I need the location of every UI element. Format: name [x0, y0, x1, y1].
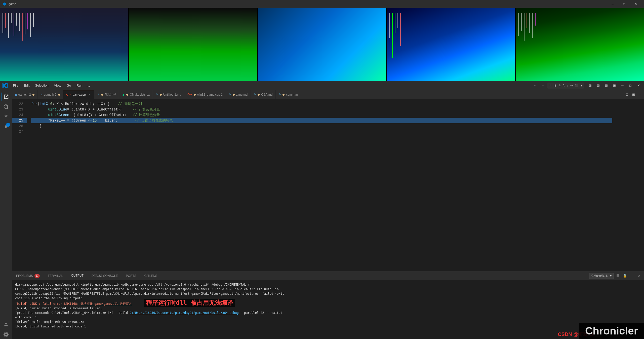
- menu-run[interactable]: Run: [74, 83, 85, 88]
- gitlens-label: GITLENS: [144, 274, 157, 278]
- code-content[interactable]: for ( int X = 0 ; X < Buffer->Width; ++X…: [27, 99, 616, 271]
- output-label: OUTPUT: [71, 274, 84, 277]
- panel-more-btn[interactable]: ···: [629, 273, 635, 279]
- activity-settings[interactable]: [2, 330, 11, 339]
- tab-actions: ⊡ ⊞ ···: [624, 90, 644, 99]
- tab-untitled-md[interactable]: ✎ Untitled-1.md: [153, 90, 184, 99]
- minimize-button[interactable]: ─: [607, 0, 618, 8]
- nav-back[interactable]: ←: [532, 82, 539, 89]
- debug-bar: ⣿ ⏸ ↻ ⤵ ↑ ↩ ⬛ ▾: [547, 83, 584, 89]
- tab-qa-md[interactable]: ✎ Q&A.md: [251, 90, 276, 99]
- activity-explorer[interactable]: [2, 92, 11, 101]
- debug-restart-icon[interactable]: ↻: [559, 84, 561, 87]
- tab-modified-dot-7: [194, 94, 196, 96]
- panel-tab-ports[interactable]: PORTS: [122, 271, 140, 280]
- activity-run-debug[interactable]: 1: [2, 122, 11, 131]
- menu-edit[interactable]: Edit: [21, 83, 32, 88]
- vbar: [30, 13, 31, 37]
- panel-list-btn[interactable]: ☰: [615, 273, 621, 279]
- panel-close-btn[interactable]: ✕: [636, 273, 642, 279]
- tab-cmakelists[interactable]: ▲ CMakeLists.txt: [119, 90, 153, 99]
- tab-label-4: 笔记.md: [105, 92, 116, 97]
- vbar: [524, 13, 525, 41]
- tab-more-btn[interactable]: ···: [637, 92, 643, 98]
- tab-modified-dot-9: [258, 94, 260, 96]
- code-line-22: for ( int X = 0 ; X < Buffer->Width; ++X…: [31, 101, 612, 107]
- tab-icon-6: ✎: [156, 93, 158, 96]
- vbar: [389, 13, 390, 38]
- activity-source-control[interactable]: [2, 112, 11, 121]
- output-dropdown[interactable]: CMake/Build ▾: [589, 273, 614, 279]
- menu-view[interactable]: View: [52, 83, 64, 88]
- layout-btn-1[interactable]: ⊞: [587, 82, 594, 89]
- debug-continue-icon[interactable]: ↩: [570, 84, 573, 87]
- menu-more[interactable]: ...: [87, 83, 90, 88]
- game-panel-5: [516, 8, 644, 81]
- vbar: [529, 13, 530, 33]
- tab-notes-md[interactable]: ✎ 笔记.md: [94, 90, 119, 99]
- error-prefix: [build] LINK : fatal error LNK1168:: [15, 302, 80, 306]
- tab-game-h-2[interactable]: h game.h 2: [38, 90, 63, 99]
- window-close-2[interactable]: ✕: [635, 82, 642, 89]
- output-dropdown-label: CMake/Build: [591, 274, 609, 278]
- nav-forward[interactable]: →: [540, 82, 547, 89]
- vbar: [11, 13, 12, 23]
- vbar: [397, 13, 398, 28]
- vbar: [33, 13, 34, 27]
- vbar: [27, 13, 28, 29]
- panel-tab-terminal[interactable]: TERMINAL: [44, 271, 67, 280]
- output-line-10: [build] Build finished with exit code 1: [15, 324, 641, 329]
- debug-stepover-icon[interactable]: ⤵: [563, 84, 565, 87]
- window-maximize-2[interactable]: □: [627, 82, 634, 89]
- panel-tabs: PROBLEMS 27 TERMINAL OUTPUT DEBUG CONSOL…: [12, 271, 644, 280]
- line-num-27: 27: [12, 129, 23, 134]
- layout-btn-3[interactable]: ⊟: [603, 82, 610, 89]
- activity-search[interactable]: [2, 102, 11, 111]
- line-num-23: 23: [12, 107, 23, 112]
- tab-split-btn[interactable]: ⊡: [624, 92, 630, 98]
- tab-command[interactable]: ✎ comman: [276, 90, 301, 99]
- layout-btn-2[interactable]: ⊡: [595, 82, 602, 89]
- tab-win32-game[interactable]: C++ win32_game.cpp 1: [184, 90, 226, 99]
- chronicler-badge-text: Chronicler: [585, 325, 638, 337]
- debug-console-label: DEBUG CONSOLE: [92, 274, 118, 278]
- tab-game-h-1[interactable]: h game.h 2: [12, 90, 38, 99]
- tab-label-2: game.h 2: [44, 93, 57, 96]
- panel-lock-btn[interactable]: 🔒: [622, 273, 628, 279]
- svg-point-0: [3, 3, 6, 6]
- menu-go[interactable]: Go: [64, 83, 73, 88]
- tab-icon-5: ▲: [122, 93, 125, 96]
- code-line-25: *Pixel++ = ((Green << 16 ) | Blue); // 设…: [31, 118, 612, 123]
- tab-game-cpp[interactable]: C++ game.cpp ✕: [63, 90, 95, 99]
- game-panel-3: [258, 8, 387, 81]
- debug-stepup-icon[interactable]: ↑: [567, 84, 568, 87]
- maximize-button[interactable]: □: [618, 0, 630, 8]
- tab-label-7: win32_game.cpp 1: [197, 93, 223, 96]
- tab-zimu-md[interactable]: ✎ zimu.md: [226, 90, 251, 99]
- debug-square-icon[interactable]: ⬛: [575, 84, 579, 87]
- vbar: [19, 13, 20, 31]
- vbar: [518, 13, 519, 36]
- tab-label-1: game.h 2: [18, 93, 31, 96]
- dropdown-chevron: ▾: [610, 274, 612, 278]
- panel-tab-debug-console[interactable]: DEBUG CONSOLE: [88, 271, 122, 280]
- cmake-link[interactable]: C:/Users/16956/Documents/game/day21/game…: [130, 311, 238, 315]
- panel-tab-problems[interactable]: PROBLEMS 27: [12, 271, 44, 280]
- tab-icon-7: C++: [187, 93, 192, 96]
- window-minimize-2[interactable]: ─: [619, 82, 626, 89]
- tab-close-3[interactable]: ✕: [87, 93, 91, 97]
- game-panel-4: [387, 8, 515, 81]
- debug-dropdown-icon[interactable]: ▾: [581, 84, 582, 87]
- menu-file[interactable]: File: [11, 83, 21, 88]
- tab-icon-9: ✎: [254, 93, 256, 96]
- panel-tab-output[interactable]: OUTPUT: [67, 271, 88, 280]
- close-button[interactable]: ✕: [630, 0, 641, 8]
- debug-pause-icon[interactable]: ⏸: [554, 84, 557, 87]
- panel-tab-gitlens[interactable]: GITLENS: [140, 271, 161, 280]
- layout-btn-4[interactable]: ⊠: [611, 82, 618, 89]
- tab-layout-btn[interactable]: ⊞: [630, 92, 636, 98]
- menu-selection[interactable]: Selection: [32, 83, 51, 88]
- tab-icon-10: ✎: [279, 93, 281, 96]
- activity-accounts[interactable]: [2, 320, 11, 329]
- editor-scrollbar[interactable]: [641, 99, 644, 271]
